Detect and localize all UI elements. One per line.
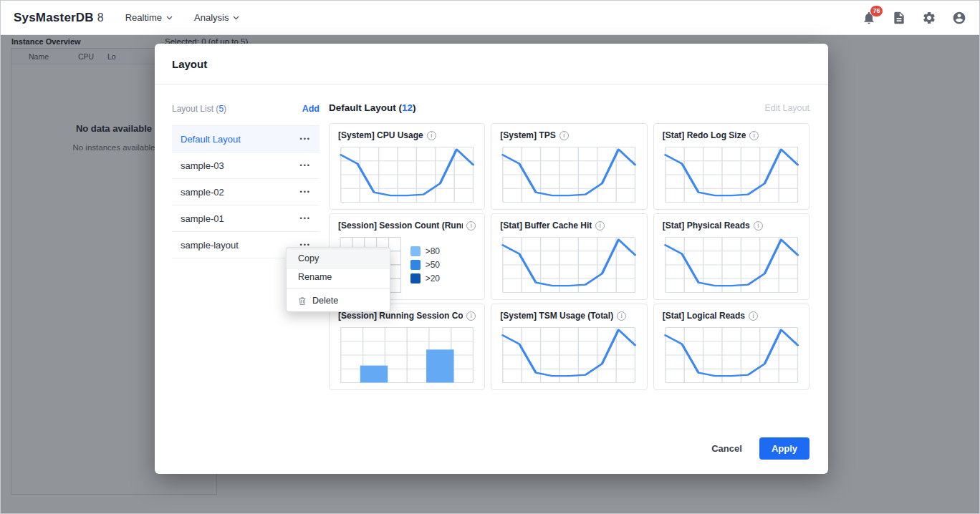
- nav-analysis[interactable]: Analysis: [194, 12, 239, 23]
- header-actions: 76: [862, 11, 966, 25]
- context-menu-delete[interactable]: Delete: [287, 291, 390, 310]
- widget-card: [Stat] Redo Log Sizei: [653, 123, 810, 210]
- widget-title: [Stat] Logical Reads: [663, 311, 745, 321]
- nav-realtime[interactable]: Realtime: [125, 12, 173, 23]
- modal-footer: Cancel Apply: [704, 437, 810, 460]
- layout-item-sample-01[interactable]: sample-01 •••: [172, 205, 320, 232]
- modal-title: Layout: [172, 58, 207, 70]
- legend-item: >50: [410, 260, 440, 270]
- app-viewport: SysMasterDB 8 Realtime Analysis 76: [1, 1, 979, 513]
- widget-title: [Stat] Buffer Cache Hit: [500, 220, 592, 231]
- delete-label: Delete: [312, 296, 338, 306]
- legend-label: >20: [426, 273, 440, 283]
- brand-logo: SysMasterDB: [14, 11, 94, 25]
- top-nav-bar: SysMasterDB 8 Realtime Analysis 76: [1, 1, 979, 35]
- layout-preview-panel: Default Layout (12) Edit Layout [System]…: [320, 85, 828, 474]
- report-button[interactable]: [892, 11, 906, 25]
- line-chart-thumbnail: [663, 145, 800, 204]
- layout-list-paren: ): [224, 104, 226, 114]
- nav-realtime-label: Realtime: [125, 12, 162, 23]
- layout-preview-paren: ): [413, 102, 416, 113]
- add-layout-button[interactable]: Add: [302, 104, 320, 114]
- copy-label: Copy: [298, 253, 319, 263]
- settings-button[interactable]: [922, 11, 936, 25]
- layout-list-label-text: Layout List (: [172, 104, 218, 114]
- widget-card: [Stat] Logical Readsi: [653, 304, 810, 390]
- layout-item-default[interactable]: Default Layout •••: [172, 126, 320, 152]
- widget-title: [Session] Running Session Count: [338, 311, 463, 321]
- layout-preview-header: Default Layout (12) Edit Layout: [329, 102, 810, 113]
- legend-swatch: [410, 246, 421, 256]
- info-icon[interactable]: i: [749, 131, 759, 140]
- apply-button[interactable]: Apply: [759, 437, 810, 460]
- legend-item: >80: [410, 246, 440, 256]
- widget-card: [System] TPSi: [491, 123, 647, 210]
- info-icon[interactable]: i: [749, 311, 758, 321]
- layout-item-label: sample-03: [181, 160, 224, 171]
- chevron-down-icon: [233, 16, 239, 20]
- widget-title: [Session] Session Count (Running, Ac···: [338, 220, 463, 231]
- line-chart-thumbnail: [663, 326, 800, 384]
- widget-card: [System] CPU Usagei: [329, 123, 485, 210]
- more-icon[interactable]: •••: [299, 185, 312, 198]
- modal-header: Layout: [155, 44, 828, 84]
- edit-layout-button[interactable]: Edit Layout: [764, 103, 810, 113]
- layout-list-header: Layout List (5) Add: [172, 104, 320, 114]
- info-icon[interactable]: i: [559, 131, 569, 140]
- widget-card: [Stat] Buffer Cache Hiti: [491, 213, 647, 300]
- widget-card-grid: [System] CPU Usagei [System] TPSi [Stat]…: [329, 123, 810, 390]
- bar-chart-thumbnail: [338, 326, 476, 384]
- nav-analysis-label: Analysis: [194, 12, 229, 23]
- line-chart-thumbnail: [500, 236, 638, 294]
- context-menu-copy[interactable]: Copy: [287, 249, 390, 268]
- more-icon[interactable]: •••: [299, 212, 312, 225]
- context-menu-rename[interactable]: Rename: [287, 268, 390, 286]
- line-chart-thumbnail: [663, 236, 800, 294]
- profile-button[interactable]: [952, 11, 966, 25]
- legend-swatch: [410, 273, 421, 283]
- widget-title: [System] TSM Usage (Total): [500, 311, 613, 321]
- chevron-down-icon: [166, 16, 173, 20]
- line-chart-thumbnail: [338, 145, 476, 204]
- layout-item-sample-02[interactable]: sample-02 •••: [172, 179, 320, 205]
- layout-preview-title: Default Layout (12): [329, 102, 416, 113]
- notifications-button[interactable]: 76: [862, 11, 876, 25]
- widget-card: [System] TSM Usage (Total)i: [491, 304, 647, 390]
- gear-icon: [922, 11, 936, 25]
- widget-card: [Session] Running Session Counti: [329, 304, 485, 390]
- info-icon[interactable]: i: [617, 311, 626, 321]
- layout-preview-title-text: Default Layout (: [329, 102, 402, 113]
- notification-badge: 76: [870, 6, 883, 16]
- layout-modal: Layout Layout List (5) Add Default Layou…: [155, 44, 828, 474]
- more-icon[interactable]: •••: [299, 132, 312, 145]
- widget-count: 12: [402, 102, 413, 113]
- widget-title: [System] TPS: [500, 130, 555, 140]
- trash-icon: [298, 296, 307, 306]
- layout-item-label: sample-layout: [181, 240, 239, 251]
- legend-label: >80: [426, 246, 440, 256]
- layout-list-label: Layout List (5): [172, 104, 226, 114]
- info-icon[interactable]: i: [754, 221, 763, 231]
- brand-version: 8: [97, 11, 104, 24]
- layout-item-label: sample-01: [181, 213, 224, 224]
- widget-card: [Stat] Physical Readsi: [653, 213, 810, 300]
- layout-item-sample-03[interactable]: sample-03 •••: [172, 152, 320, 179]
- line-chart-thumbnail: [500, 326, 638, 384]
- more-icon[interactable]: •••: [299, 159, 312, 172]
- info-icon[interactable]: i: [466, 221, 476, 231]
- info-icon[interactable]: i: [427, 131, 436, 140]
- layout-item-label: Default Layout: [181, 134, 241, 145]
- info-icon[interactable]: i: [595, 221, 605, 231]
- document-icon: [892, 11, 906, 25]
- layout-item-label: sample-02: [181, 187, 224, 198]
- context-menu-divider: [287, 288, 390, 289]
- cancel-button[interactable]: Cancel: [704, 437, 749, 460]
- info-icon[interactable]: i: [466, 311, 476, 321]
- user-icon: [952, 11, 966, 25]
- legend-item: >20: [410, 273, 440, 283]
- line-chart-thumbnail: [500, 145, 638, 204]
- widget-title: [Stat] Physical Reads: [663, 220, 750, 231]
- layout-list: Default Layout ••• sample-03 ••• sample-…: [172, 125, 320, 258]
- widget-title: [Stat] Redo Log Size: [663, 130, 746, 140]
- layout-context-menu: Copy Rename Delete: [286, 247, 390, 312]
